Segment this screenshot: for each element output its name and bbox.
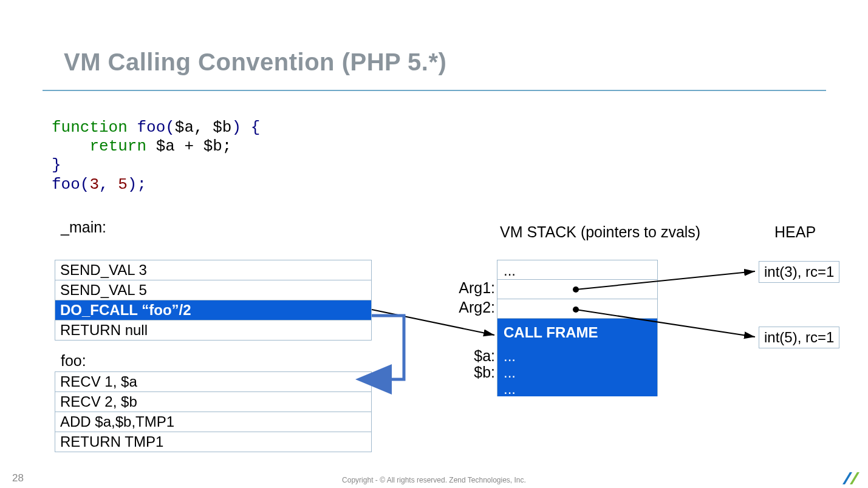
- code-expr: $a + $b;: [146, 137, 231, 155]
- slide: VM Calling Convention (PHP 5.*) function…: [0, 0, 868, 488]
- code-call-paren-close: );: [128, 175, 146, 194]
- stack-label: Arg1:: [449, 279, 495, 299]
- stack-label: [449, 380, 495, 399]
- foo-oplist: RECV 1, $a RECV 2, $b ADD $a,$b,TMP1 RET…: [55, 371, 372, 452]
- zend-logo-icon: [841, 471, 861, 486]
- stack-label: [449, 318, 495, 347]
- heap-title: HEAP: [774, 223, 816, 241]
- stack-row-arg1: [497, 280, 657, 299]
- op-row-highlight: DO_FCALL “foo”/2: [55, 300, 371, 320]
- op-row: SEND_VAL 3: [55, 260, 371, 280]
- op-row: RECV 2, $b: [55, 392, 371, 412]
- main-oplist: SEND_VAL 3 SEND_VAL 5 DO_FCALL “foo”/2 R…: [55, 260, 372, 341]
- op-row: RECV 1, $a: [55, 372, 371, 392]
- title-divider: [43, 90, 826, 91]
- heap-cell-int3: int(3), rc=1: [759, 261, 839, 283]
- heap-cell-int5: int(5), rc=1: [759, 327, 839, 348]
- main-label: _main:: [61, 219, 106, 236]
- stack-label: $b:: [449, 364, 495, 380]
- code-kw-function: function: [52, 118, 128, 137]
- stack-label: Arg2:: [449, 299, 495, 318]
- stack-row-labels: Arg1: Arg2: $a: $b:: [449, 260, 495, 399]
- stack-title: VM STACK (pointers to zvals): [500, 223, 700, 241]
- code-comma: ,: [99, 175, 118, 194]
- code-call-fn: foo: [52, 175, 80, 194]
- footer-copyright: Copyright - © All rights reserved. Zend …: [0, 476, 868, 484]
- code-num-3: 3: [89, 175, 99, 194]
- svg-marker-6: [850, 472, 859, 484]
- code-num-5: 5: [118, 175, 128, 194]
- stack-row: ...: [497, 260, 657, 280]
- svg-marker-5: [842, 472, 852, 484]
- stack-row: ...: [497, 347, 657, 364]
- code-call-paren: (: [80, 175, 90, 194]
- stack-row: ...: [497, 380, 657, 396]
- stack-call-frame: CALL FRAME: [497, 319, 657, 347]
- op-row: RETURN TMP1: [55, 432, 371, 452]
- code-paren: (: [165, 118, 175, 137]
- foo-label: foo:: [61, 352, 86, 370]
- code-fn-name: foo: [128, 118, 165, 137]
- code-block: function foo($a, $b) { return $a + $b; }…: [52, 118, 260, 194]
- stack-label: $a:: [449, 347, 495, 364]
- stack-label: [449, 260, 495, 279]
- slide-title: VM Calling Convention (PHP 5.*): [64, 49, 446, 76]
- op-row: RETURN null: [55, 320, 371, 341]
- code-paren-close: ) {: [231, 118, 260, 137]
- stack-row: ...: [497, 364, 657, 380]
- stack-row-arg2: [497, 299, 657, 319]
- code-brace-close: }: [52, 156, 61, 174]
- op-row: ADD $a,$b,TMP1: [55, 412, 371, 432]
- code-params: $a, $b: [175, 118, 232, 137]
- code-kw-return: return: [89, 137, 146, 155]
- op-row: SEND_VAL 5: [55, 280, 371, 300]
- vm-stack: ... CALL FRAME ... ... ...: [497, 260, 658, 396]
